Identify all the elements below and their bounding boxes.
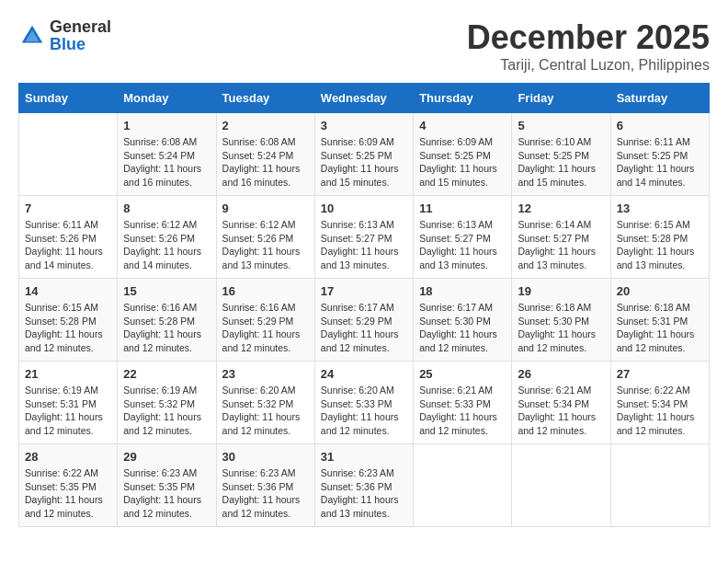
day-info: Sunrise: 6:16 AMSunset: 5:28 PMDaylight:… <box>123 301 210 355</box>
calendar-day-5: 5Sunrise: 6:10 AMSunset: 5:25 PMDaylight… <box>512 113 610 196</box>
calendar-header-row: SundayMondayTuesdayWednesdayThursdayFrid… <box>19 84 710 113</box>
header-monday: Monday <box>118 84 216 113</box>
location-title: Tariji, Central Luzon, Philippines <box>467 57 710 74</box>
day-number: 21 <box>25 367 111 381</box>
header-saturday: Saturday <box>610 84 709 113</box>
calendar-day-21: 21Sunrise: 6:19 AMSunset: 5:31 PMDayligh… <box>19 362 118 444</box>
day-number: 19 <box>518 284 604 298</box>
header-wednesday: Wednesday <box>314 84 413 113</box>
day-info: Sunrise: 6:21 AMSunset: 5:33 PMDaylight:… <box>419 384 506 438</box>
calendar-day-31: 31Sunrise: 6:23 AMSunset: 5:36 PMDayligh… <box>314 444 413 527</box>
day-number: 2 <box>222 119 309 132</box>
day-number: 15 <box>123 284 210 298</box>
day-info: Sunrise: 6:08 AMSunset: 5:24 PMDaylight:… <box>123 135 210 190</box>
day-info: Sunrise: 6:22 AMSunset: 5:35 PMDaylight:… <box>25 466 111 521</box>
day-info: Sunrise: 6:21 AMSunset: 5:34 PMDaylight:… <box>518 384 604 438</box>
day-number: 30 <box>222 450 309 464</box>
header-thursday: Thursday <box>414 84 512 113</box>
calendar-day-2: 2Sunrise: 6:08 AMSunset: 5:24 PMDaylight… <box>216 113 314 196</box>
calendar-day-11: 11Sunrise: 6:13 AMSunset: 5:27 PMDayligh… <box>414 196 512 279</box>
calendar-week-row: 28Sunrise: 6:22 AMSunset: 5:35 PMDayligh… <box>19 444 710 527</box>
day-info: Sunrise: 6:15 AMSunset: 5:28 PMDaylight:… <box>617 218 703 272</box>
day-number: 25 <box>419 367 506 381</box>
calendar-day-18: 18Sunrise: 6:17 AMSunset: 5:30 PMDayligh… <box>414 279 512 362</box>
calendar-day-12: 12Sunrise: 6:14 AMSunset: 5:27 PMDayligh… <box>512 196 610 279</box>
calendar-day-4: 4Sunrise: 6:09 AMSunset: 5:25 PMDaylight… <box>414 113 512 196</box>
day-info: Sunrise: 6:11 AMSunset: 5:26 PMDaylight:… <box>25 218 111 272</box>
calendar-day-10: 10Sunrise: 6:13 AMSunset: 5:27 PMDayligh… <box>314 196 413 279</box>
calendar-day-27: 27Sunrise: 6:22 AMSunset: 5:34 PMDayligh… <box>610 362 709 444</box>
calendar-day-25: 25Sunrise: 6:21 AMSunset: 5:33 PMDayligh… <box>414 362 512 444</box>
month-title: December 2025 <box>467 18 710 57</box>
header-friday: Friday <box>512 84 610 113</box>
day-info: Sunrise: 6:09 AMSunset: 5:25 PMDaylight:… <box>321 135 407 190</box>
day-info: Sunrise: 6:23 AMSunset: 5:36 PMDaylight:… <box>321 466 407 521</box>
day-number: 23 <box>222 367 309 381</box>
empty-cell <box>610 444 709 527</box>
day-info: Sunrise: 6:20 AMSunset: 5:32 PMDaylight:… <box>222 384 309 438</box>
calendar-day-14: 14Sunrise: 6:15 AMSunset: 5:28 PMDayligh… <box>19 279 118 362</box>
day-info: Sunrise: 6:14 AMSunset: 5:27 PMDaylight:… <box>518 218 604 272</box>
calendar-day-13: 13Sunrise: 6:15 AMSunset: 5:28 PMDayligh… <box>610 196 709 279</box>
day-number: 1 <box>123 119 210 132</box>
calendar-day-20: 20Sunrise: 6:18 AMSunset: 5:31 PMDayligh… <box>610 279 709 362</box>
day-number: 5 <box>518 119 604 132</box>
day-number: 26 <box>518 367 604 381</box>
day-number: 12 <box>518 201 604 215</box>
day-info: Sunrise: 6:10 AMSunset: 5:25 PMDaylight:… <box>518 135 604 190</box>
header-tuesday: Tuesday <box>216 84 314 113</box>
day-info: Sunrise: 6:17 AMSunset: 5:29 PMDaylight:… <box>321 301 407 355</box>
day-number: 29 <box>123 450 210 464</box>
day-info: Sunrise: 6:12 AMSunset: 5:26 PMDaylight:… <box>123 218 210 272</box>
calendar-day-15: 15Sunrise: 6:16 AMSunset: 5:28 PMDayligh… <box>118 279 216 362</box>
day-number: 31 <box>321 450 407 464</box>
day-number: 3 <box>321 119 407 132</box>
calendar-week-row: 1Sunrise: 6:08 AMSunset: 5:24 PMDaylight… <box>19 113 710 196</box>
day-number: 24 <box>321 367 407 381</box>
calendar-day-7: 7Sunrise: 6:11 AMSunset: 5:26 PMDaylight… <box>19 196 118 279</box>
day-info: Sunrise: 6:17 AMSunset: 5:30 PMDaylight:… <box>419 301 506 355</box>
day-info: Sunrise: 6:19 AMSunset: 5:31 PMDaylight:… <box>25 384 111 438</box>
day-number: 27 <box>617 367 703 381</box>
empty-cell <box>512 444 610 527</box>
calendar-day-22: 22Sunrise: 6:19 AMSunset: 5:32 PMDayligh… <box>118 362 216 444</box>
day-number: 22 <box>123 367 210 381</box>
day-info: Sunrise: 6:08 AMSunset: 5:24 PMDaylight:… <box>222 135 309 190</box>
calendar-day-8: 8Sunrise: 6:12 AMSunset: 5:26 PMDaylight… <box>118 196 216 279</box>
calendar-day-28: 28Sunrise: 6:22 AMSunset: 5:35 PMDayligh… <box>19 444 118 527</box>
empty-cell <box>414 444 512 527</box>
calendar-week-row: 21Sunrise: 6:19 AMSunset: 5:31 PMDayligh… <box>19 362 710 444</box>
header-sunday: Sunday <box>19 84 118 113</box>
logo: General Blue <box>18 18 111 53</box>
day-number: 11 <box>419 201 506 215</box>
day-number: 4 <box>419 119 506 132</box>
calendar-day-29: 29Sunrise: 6:23 AMSunset: 5:35 PMDayligh… <box>118 444 216 527</box>
logo-general-text: General Blue <box>50 18 111 53</box>
calendar-table: SundayMondayTuesdayWednesdayThursdayFrid… <box>18 83 710 527</box>
day-info: Sunrise: 6:13 AMSunset: 5:27 PMDaylight:… <box>321 218 407 272</box>
calendar-day-19: 19Sunrise: 6:18 AMSunset: 5:30 PMDayligh… <box>512 279 610 362</box>
day-info: Sunrise: 6:16 AMSunset: 5:29 PMDaylight:… <box>222 301 309 355</box>
calendar-week-row: 7Sunrise: 6:11 AMSunset: 5:26 PMDaylight… <box>19 196 710 279</box>
empty-cell <box>19 113 118 196</box>
day-info: Sunrise: 6:19 AMSunset: 5:32 PMDaylight:… <box>123 384 210 438</box>
day-number: 18 <box>419 284 506 298</box>
title-area: December 2025 Tariji, Central Luzon, Phi… <box>467 18 710 74</box>
logo-icon <box>18 22 46 50</box>
day-info: Sunrise: 6:11 AMSunset: 5:25 PMDaylight:… <box>617 135 703 190</box>
calendar-week-row: 14Sunrise: 6:15 AMSunset: 5:28 PMDayligh… <box>19 279 710 362</box>
calendar-day-24: 24Sunrise: 6:20 AMSunset: 5:33 PMDayligh… <box>314 362 413 444</box>
page-header: General Blue December 2025 Tariji, Centr… <box>18 18 710 74</box>
calendar-day-1: 1Sunrise: 6:08 AMSunset: 5:24 PMDaylight… <box>118 113 216 196</box>
day-info: Sunrise: 6:12 AMSunset: 5:26 PMDaylight:… <box>222 218 309 272</box>
day-info: Sunrise: 6:22 AMSunset: 5:34 PMDaylight:… <box>617 384 703 438</box>
day-number: 17 <box>321 284 407 298</box>
calendar-day-6: 6Sunrise: 6:11 AMSunset: 5:25 PMDaylight… <box>610 113 709 196</box>
calendar-day-30: 30Sunrise: 6:23 AMSunset: 5:36 PMDayligh… <box>216 444 314 527</box>
day-number: 14 <box>25 284 111 298</box>
day-number: 9 <box>222 201 309 215</box>
day-info: Sunrise: 6:09 AMSunset: 5:25 PMDaylight:… <box>419 135 506 190</box>
day-number: 8 <box>123 201 210 215</box>
day-info: Sunrise: 6:23 AMSunset: 5:35 PMDaylight:… <box>123 466 210 521</box>
calendar-day-23: 23Sunrise: 6:20 AMSunset: 5:32 PMDayligh… <box>216 362 314 444</box>
